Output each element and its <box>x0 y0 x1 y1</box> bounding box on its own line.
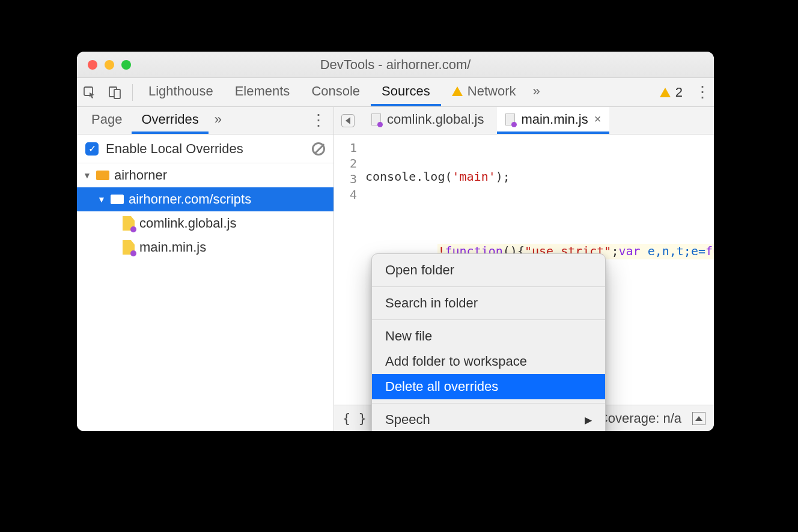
inspect-element-icon[interactable] <box>77 78 102 106</box>
close-tab-icon[interactable]: × <box>594 112 602 126</box>
settings-menu-icon[interactable]: ⋮ <box>691 83 714 101</box>
tree-file[interactable]: comlink.global.js <box>77 211 334 235</box>
ctx-new-file[interactable]: New file <box>372 324 605 349</box>
warning-icon <box>660 88 671 97</box>
tree-label: airhorner <box>114 168 167 183</box>
enable-overrides-checkbox[interactable]: ✓ <box>85 142 99 156</box>
expand-icon: ▼ <box>83 171 91 180</box>
divider <box>372 319 605 320</box>
ctx-speech-submenu[interactable]: Speech▶ <box>372 407 605 431</box>
tab-sources[interactable]: Sources <box>371 78 441 106</box>
zoom-icon[interactable] <box>121 60 131 70</box>
collapse-icon[interactable] <box>692 412 705 425</box>
editor-tab-main[interactable]: main.min.js × <box>497 107 609 134</box>
overrides-toolbar: ✓ Enable Local Overrides <box>77 135 334 163</box>
ctx-search-folder[interactable]: Search in folder <box>372 291 605 316</box>
gutter: 1234 <box>334 135 362 405</box>
tree-file[interactable]: main.min.js <box>77 235 334 259</box>
tree-folder-root[interactable]: ▼ airhorner <box>77 163 334 187</box>
close-icon[interactable] <box>88 60 97 70</box>
window-title: DevTools - airhorner.com/ <box>77 57 714 73</box>
editor-tab-comlink[interactable]: comlink.global.js <box>363 107 492 134</box>
context-menu: Open folder Search in folder New file Ad… <box>371 253 606 431</box>
navigator-tabstrip: Page Overrides » ⋮ <box>77 107 334 135</box>
sources-navigator: Page Overrides » ⋮ ✓ Enable Local Overri… <box>77 107 334 431</box>
ctx-open-folder[interactable]: Open folder <box>372 258 605 283</box>
ctx-add-folder-workspace[interactable]: Add folder to workspace <box>372 349 605 374</box>
tab-overrides[interactable]: Overrides <box>132 107 208 134</box>
submenu-arrow-icon: ▶ <box>585 414 592 426</box>
tab-elements[interactable]: Elements <box>224 78 301 106</box>
minimize-icon[interactable] <box>105 60 114 70</box>
editor-tabstrip: comlink.global.js main.min.js × <box>334 107 714 135</box>
folder-icon <box>111 195 124 204</box>
titlebar: DevTools - airhorner.com/ <box>77 52 714 78</box>
divider <box>372 286 605 287</box>
divider <box>132 84 133 101</box>
main-tabstrip: Lighthouse Elements Console Sources Netw… <box>77 78 714 107</box>
tabs-overflow[interactable]: » <box>527 78 546 106</box>
js-file-icon <box>505 113 515 125</box>
tab-page[interactable]: Page <box>82 107 132 134</box>
enable-overrides-label: Enable Local Overrides <box>106 141 243 157</box>
folder-icon <box>96 171 109 180</box>
navigate-back-icon[interactable] <box>338 107 358 134</box>
issues-counter[interactable]: 2 <box>651 85 691 100</box>
expand-icon: ▼ <box>97 195 106 204</box>
device-toolbar-icon[interactable] <box>102 78 127 106</box>
window-controls <box>77 60 131 70</box>
pretty-print-icon[interactable]: { } <box>343 411 367 426</box>
divider <box>372 403 605 404</box>
tree-label: comlink.global.js <box>139 216 236 231</box>
js-file-icon <box>123 240 135 255</box>
tab-label: Console <box>311 83 360 99</box>
clear-icon[interactable] <box>312 142 325 156</box>
devtools-window: DevTools - airhorner.com/ Lighthouse Ele… <box>77 52 714 431</box>
file-tree: ▼ airhorner ▼ airhorner.com/scripts coml… <box>77 163 334 431</box>
warning-icon <box>452 86 463 96</box>
tab-label: comlink.global.js <box>387 112 484 127</box>
tree-folder-scripts[interactable]: ▼ airhorner.com/scripts <box>77 187 334 211</box>
tab-label: Elements <box>235 83 290 99</box>
navigator-tabs-overflow[interactable]: » <box>209 107 228 134</box>
tab-network[interactable]: Network <box>441 78 527 106</box>
js-file-icon <box>371 113 381 125</box>
tab-lighthouse[interactable]: Lighthouse <box>138 78 224 106</box>
warning-count: 2 <box>675 85 683 100</box>
tree-label: main.min.js <box>139 240 206 255</box>
coverage-status: Coverage: n/a <box>598 411 681 426</box>
tab-label: Network <box>468 83 516 99</box>
tab-label: main.min.js <box>521 112 588 127</box>
ctx-delete-all-overrides[interactable]: Delete all overrides <box>372 374 605 399</box>
js-file-icon <box>123 216 135 231</box>
navigator-menu-icon[interactable]: ⋮ <box>311 111 334 130</box>
tab-console[interactable]: Console <box>300 78 371 106</box>
tab-label: Sources <box>382 83 430 99</box>
svg-rect-2 <box>114 89 120 98</box>
tree-label: airhorner.com/scripts <box>129 192 251 207</box>
tab-label: Lighthouse <box>148 83 213 99</box>
